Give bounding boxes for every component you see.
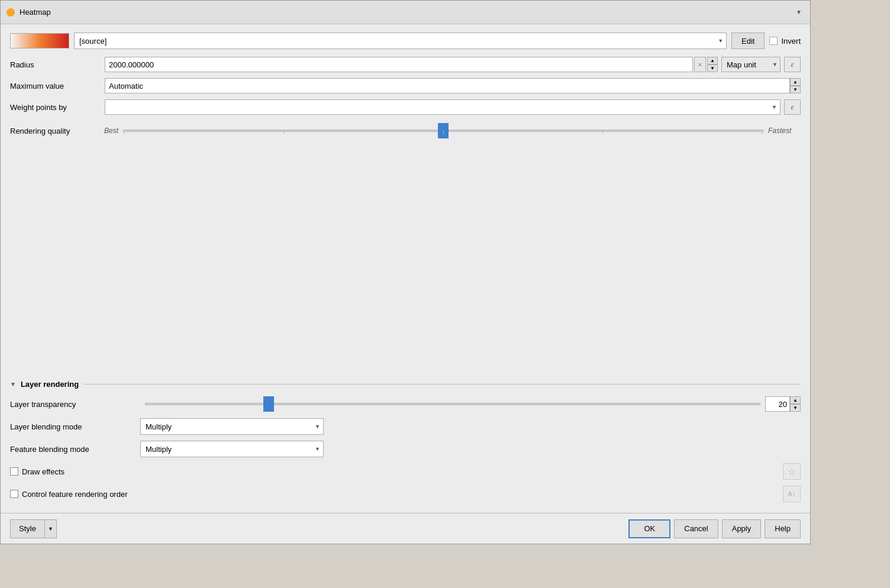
invert-label: Invert — [781, 37, 801, 46]
transparency-thumb[interactable] — [263, 396, 274, 412]
layer-blending-select-wrapper[interactable]: Multiply Normal Screen Overlay — [140, 418, 324, 435]
invert-checkbox[interactable] — [769, 37, 778, 45]
spacer — [10, 147, 801, 376]
radius-expr-btn[interactable]: ε — [784, 57, 801, 72]
title-bar: Heatmap ▼ — [1, 1, 810, 24]
transparency-spin-down[interactable]: ▼ — [790, 404, 801, 412]
sort-button[interactable]: A↕ — [783, 486, 801, 502]
color-ramp-row: [source] Edit Invert — [10, 33, 801, 49]
layer-blending-row: Layer blending mode Multiply Normal Scre… — [10, 417, 801, 436]
feature-blending-select[interactable]: Multiply Normal Screen Overlay — [140, 441, 324, 457]
control-feature-order-left: Control feature rendering order — [10, 490, 128, 499]
rendering-quality-slider-container — [123, 119, 763, 143]
radius-input-group: ✕ ▲ ▼ Map unit Pixels ε — [105, 57, 801, 72]
max-value-input[interactable] — [105, 78, 790, 93]
draw-effects-left: Draw effects — [10, 467, 65, 476]
weight-label: Weight points by — [10, 103, 105, 112]
color-ramp-select-wrapper[interactable]: [source] — [74, 33, 727, 49]
tick-1 — [124, 131, 124, 134]
style-dropdown-arrow[interactable]: ▼ — [45, 519, 57, 538]
rendering-quality-best: Best — [98, 127, 118, 135]
layer-blending-label: Layer blending mode — [10, 422, 140, 431]
max-value-label: Maximum value — [10, 82, 105, 91]
rendering-quality-fastest: Fastest — [768, 127, 801, 135]
radius-spin-btns: ▲ ▼ — [707, 57, 718, 72]
draw-effects-checkbox[interactable] — [10, 467, 18, 476]
transparency-value-input[interactable] — [765, 396, 790, 412]
section-triangle[interactable]: ▼ — [10, 381, 16, 387]
section-title: Layer rendering — [21, 380, 79, 389]
button-bar: Style ▼ OK Cancel Apply Help — [1, 513, 810, 544]
control-feature-order-checkbox[interactable] — [10, 490, 18, 498]
max-value-spin-up[interactable]: ▲ — [790, 78, 801, 86]
help-button[interactable]: Help — [765, 519, 801, 538]
weight-select[interactable] — [105, 99, 781, 115]
weight-expr-btn[interactable]: ε — [784, 99, 801, 115]
heatmap-icon — [7, 8, 15, 17]
title-dropdown-arrow[interactable]: ▼ — [796, 9, 802, 15]
radius-spin-up[interactable]: ▲ — [707, 57, 718, 64]
layer-rendering-section: ▼ Layer rendering — [10, 380, 801, 389]
rendering-quality-track — [123, 130, 763, 132]
feature-blending-label: Feature blending mode — [10, 445, 140, 454]
apply-button[interactable]: Apply — [722, 519, 762, 538]
max-value-input-group: ▲ ▼ — [105, 78, 801, 93]
layer-transparency-label: Layer transparency — [10, 400, 140, 409]
draw-effects-row: Draw effects ☆ — [10, 462, 801, 481]
dialog-title: Heatmap — [20, 8, 51, 17]
content-area: [source] Edit Invert Radius ✕ ▲ ▼ — [1, 24, 810, 513]
radius-row: Radius ✕ ▲ ▼ Map unit Pixels ε — [10, 55, 801, 74]
style-button[interactable]: Style — [10, 519, 45, 538]
tick-4 — [602, 131, 603, 134]
transparency-spin-btns: ▲ ▼ — [790, 396, 801, 412]
dialog: Heatmap ▼ [source] Edit Invert Radius — [0, 0, 811, 544]
radius-spin-down[interactable]: ▼ — [707, 64, 718, 72]
rendering-quality-ticks — [124, 131, 763, 134]
radius-label: Radius — [10, 60, 105, 69]
rendering-quality-label: Rendering quality — [10, 127, 93, 135]
feature-blending-row: Feature blending mode Multiply Normal Sc… — [10, 440, 801, 458]
section-line — [83, 384, 801, 385]
radius-clear-btn[interactable]: ✕ — [694, 57, 706, 72]
transparency-value-wrapper: ▲ ▼ — [765, 396, 801, 412]
layer-blending-select[interactable]: Multiply Normal Screen Overlay — [140, 418, 324, 435]
unit-select[interactable]: Map unit Pixels — [721, 57, 781, 72]
unit-select-wrapper[interactable]: Map unit Pixels — [721, 57, 781, 72]
weight-input-group: ε — [105, 99, 801, 115]
color-ramp-select[interactable]: [source] — [74, 33, 727, 49]
edit-button[interactable]: Edit — [731, 33, 765, 49]
draw-effects-label: Draw effects — [22, 467, 65, 476]
feature-blending-select-wrapper[interactable]: Multiply Normal Screen Overlay — [140, 441, 324, 457]
max-value-spin-down[interactable]: ▼ — [790, 86, 801, 93]
cancel-button[interactable]: Cancel — [674, 519, 718, 538]
title-bar-left: Heatmap — [7, 8, 51, 17]
tick-3 — [443, 131, 444, 134]
color-ramp-preview[interactable] — [10, 33, 69, 49]
max-value-row: Maximum value ▲ ▼ — [10, 76, 801, 95]
tick-2 — [283, 131, 284, 134]
rendering-quality-row: Rendering quality Best Fastest — [10, 119, 801, 143]
control-feature-order-label: Control feature rendering order — [22, 490, 128, 499]
style-btn-wrapper: Style ▼ — [10, 519, 57, 538]
control-feature-order-row: Control feature rendering order A↕ — [10, 484, 801, 503]
transparency-spin-up[interactable]: ▲ — [790, 396, 801, 404]
tick-5 — [762, 131, 763, 134]
transparency-slider-container — [145, 395, 760, 413]
ok-button[interactable]: OK — [628, 519, 670, 538]
star-button[interactable]: ☆ — [783, 463, 801, 480]
invert-row: Invert — [769, 37, 801, 46]
weight-select-wrapper[interactable] — [105, 99, 781, 115]
radius-input[interactable] — [105, 57, 693, 72]
layer-transparency-row: Layer transparency ▲ ▼ — [10, 395, 801, 413]
transparency-track — [145, 403, 760, 405]
max-value-spin-btns: ▲ ▼ — [790, 78, 801, 93]
weight-row: Weight points by ε — [10, 98, 801, 117]
